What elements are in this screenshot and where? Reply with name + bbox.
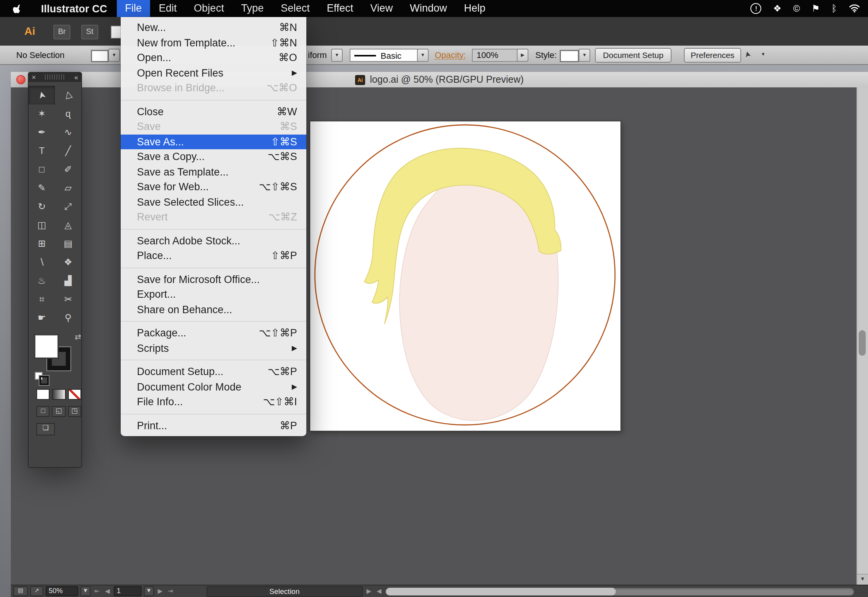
opacity-stepper[interactable]: ▶ [517, 49, 528, 62]
menu-item-save-for-microsoft-office[interactable]: Save for Microsoft Office... [121, 272, 306, 287]
type-tool[interactable]: T [29, 142, 55, 160]
menubar-item-type[interactable]: Type [232, 0, 272, 17]
line-segment-tool[interactable]: ╱ [55, 142, 81, 160]
mesh-tool[interactable]: ⊞ [29, 234, 55, 253]
previous-artboard-button[interactable]: ◀ [103, 588, 111, 595]
scroll-down-arrow-icon[interactable]: ▾ [857, 574, 868, 585]
menu-item-export[interactable]: Export... [121, 287, 306, 302]
brush-definition-field[interactable]: Basic [350, 49, 418, 62]
symbol-sprayer-tool[interactable]: ♨ [29, 271, 55, 290]
hscroll-left-arrow[interactable]: ◀ [375, 588, 383, 595]
document-setup-button[interactable]: Document Setup [595, 48, 672, 63]
apple-menu[interactable] [12, 3, 22, 14]
menubar-item-select[interactable]: Select [272, 0, 318, 17]
bluetooth-icon[interactable]: ᛒ [832, 4, 837, 13]
style-dropdown-arrow[interactable]: ▼ [579, 49, 590, 62]
menubar-item-help[interactable]: Help [455, 0, 494, 17]
color-button[interactable] [36, 389, 50, 400]
artboard-number-field[interactable]: 1 [114, 586, 142, 596]
panel-grip[interactable] [45, 74, 65, 80]
fill-chip[interactable] [35, 335, 58, 358]
artboard[interactable] [310, 121, 620, 431]
panel-collapse-icon[interactable]: « [74, 73, 78, 81]
paintbrush-tool[interactable]: ✐ [55, 160, 81, 179]
app-name[interactable]: Illustrator CC [35, 3, 113, 14]
dropbox-icon[interactable]: ❖ [773, 4, 782, 13]
preferences-button[interactable]: Preferences [684, 48, 741, 63]
screen-mode-button[interactable]: ❏ [36, 423, 55, 435]
selection-tool[interactable]: ➤ [29, 86, 55, 104]
rectangle-tool[interactable]: □ [29, 160, 55, 179]
perspective-grid-tool[interactable]: ◬ [55, 216, 81, 234]
appbar-swatch[interactable] [111, 26, 121, 39]
vertical-scrollbar-thumb[interactable] [859, 330, 866, 356]
zoom-dropdown-arrow[interactable]: ▼ [80, 586, 91, 596]
menu-item-package[interactable]: Package...⌥⇧⌘P [121, 326, 306, 341]
draw-normal-button[interactable]: □ [36, 406, 50, 417]
menu-item-file-info[interactable]: File Info...⌥⇧⌘I [121, 394, 306, 409]
last-artboard-button[interactable]: ⇥ [166, 588, 174, 595]
fill-dropdown-arrow[interactable]: ▼ [108, 49, 120, 62]
fill-color-swatch[interactable] [91, 50, 108, 62]
alert-circle-icon[interactable]: ! [751, 3, 762, 14]
menu-item-close[interactable]: Close⌘W [121, 104, 306, 119]
menu-item-share-on-behance[interactable]: Share on Behance... [121, 302, 306, 317]
menu-item-save-as[interactable]: Save As...⇧⌘S [121, 134, 306, 149]
eraser-tool[interactable]: ▱ [55, 179, 81, 197]
bridge-button[interactable]: Br [53, 25, 70, 39]
blend-tool[interactable]: ❖ [55, 253, 81, 271]
cursor-options-arrow[interactable]: ▼ [758, 49, 768, 60]
menu-item-new-from-template[interactable]: New from Template...⇧⌘N [121, 35, 306, 50]
first-artboard-button[interactable]: ⇤ [93, 588, 101, 595]
stroke-profile-dropdown[interactable]: ▼ [331, 49, 343, 62]
menu-item-save-as-template[interactable]: Save as Template... [121, 164, 306, 179]
pen-tool[interactable]: ✒ [29, 123, 55, 142]
menu-item-scripts[interactable]: Scripts▶ [121, 341, 306, 356]
default-fill-stroke-icon[interactable] [35, 372, 49, 383]
rotate-tool[interactable]: ↻ [29, 197, 55, 216]
draw-inside-button[interactable]: ◳ [68, 406, 81, 417]
menu-item-document-setup[interactable]: Document Setup...⌥⌘P [121, 364, 306, 379]
menu-item-new[interactable]: New...⌘N [121, 20, 306, 35]
scale-tool[interactable]: ⤢ [55, 197, 81, 216]
gradient-button[interactable] [52, 389, 66, 400]
window-close-button[interactable] [16, 75, 26, 84]
menubar-item-object[interactable]: Object [185, 0, 232, 17]
menu-item-place[interactable]: Place...⇧⌘P [121, 248, 306, 263]
wifi-icon[interactable] [849, 3, 860, 14]
brush-dropdown-arrow[interactable]: ▼ [417, 49, 429, 62]
magic-wand-tool[interactable]: ✶ [29, 104, 55, 123]
status-panel-icon[interactable]: ▤ [13, 586, 28, 596]
menubar-item-window[interactable]: Window [401, 0, 455, 17]
bookmark-icon[interactable]: ⚑ [812, 4, 820, 13]
column-graph-tool[interactable]: ▟ [55, 271, 81, 290]
tools-panel-header[interactable]: × « [28, 72, 82, 82]
style-swatch[interactable] [560, 50, 579, 62]
none-button[interactable] [68, 389, 81, 400]
shape-builder-tool[interactable]: ◫ [29, 216, 55, 234]
hand-tool[interactable]: ☛ [29, 309, 55, 327]
menu-item-print[interactable]: Print...⌘P [121, 418, 306, 433]
artboard-tool[interactable]: ⌗ [29, 290, 55, 309]
menu-item-save-a-copy[interactable]: Save a Copy...⌥⌘S [121, 149, 306, 164]
panel-close-icon[interactable]: × [32, 73, 36, 81]
menubar-item-edit[interactable]: Edit [150, 0, 186, 17]
menu-item-save-for-web[interactable]: Save for Web...⌥⇧⌘S [121, 179, 306, 194]
menubar-item-view[interactable]: View [362, 0, 401, 17]
direct-selection-tool[interactable]: ▷ [55, 86, 81, 104]
menubar-item-file[interactable]: File [116, 0, 150, 17]
eyedropper-tool[interactable]: ∖ [29, 253, 55, 271]
menu-item-save-selected-slices[interactable]: Save Selected Slices... [121, 194, 306, 210]
zoom-field[interactable]: 50% [46, 586, 78, 596]
menu-item-document-color-mode[interactable]: Document Color Mode▶ [121, 379, 306, 394]
lasso-tool[interactable]: ɋ [55, 104, 81, 123]
horizontal-scrollbar[interactable] [385, 587, 854, 595]
creative-cloud-icon[interactable]: © [793, 4, 800, 13]
selection-cursor-icon[interactable]: ➤ [743, 50, 753, 59]
menu-item-open[interactable]: Open...⌘O [121, 50, 306, 65]
curvature-tool[interactable]: ∿ [55, 123, 81, 142]
menu-item-open-recent-files[interactable]: Open Recent Files▶ [121, 65, 306, 80]
swap-fill-stroke-icon[interactable]: ⇄ [75, 333, 81, 341]
slice-tool[interactable]: ✂ [55, 290, 81, 309]
opacity-label[interactable]: Opacity: [435, 50, 466, 60]
